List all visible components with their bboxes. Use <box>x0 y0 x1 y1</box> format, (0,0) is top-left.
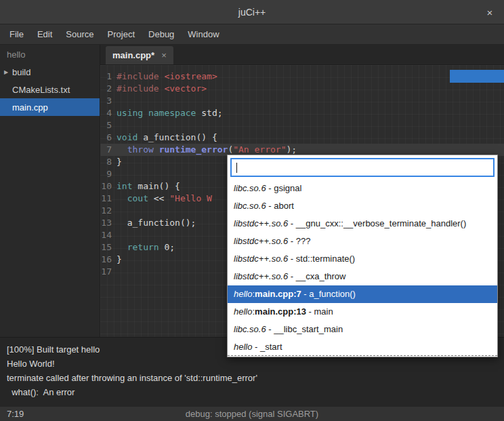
stack-frame-item[interactable]: libc.so.6 - abort <box>228 197 497 215</box>
project-name: hello <box>0 45 100 63</box>
title-bar[interactable]: juCi++ × <box>0 0 504 24</box>
menu-item-window[interactable]: Window <box>181 24 226 45</box>
line-number: 11 <box>100 193 117 205</box>
line-text: cout << "Hello W <box>117 193 212 205</box>
popup-search-input[interactable] <box>232 159 493 176</box>
code-line[interactable]: 2#include <vector> <box>100 83 504 95</box>
line-number: 4 <box>100 107 117 119</box>
code-line[interactable]: 6void a_function() { <box>100 132 504 144</box>
stack-frame-item[interactable]: libstdc++.so.6 - std::terminate() <box>228 250 497 268</box>
expand-arrow-icon[interactable]: ▶ <box>0 69 12 75</box>
line-text: int main() { <box>117 180 180 193</box>
line-text: #include <vector> <box>117 83 207 95</box>
scrollbar-thumb[interactable] <box>450 70 504 83</box>
stack-trace-popup: libc.so.6 - gsignallibc.so.6 - abortlibs… <box>227 155 498 357</box>
line-text: } <box>117 156 122 168</box>
line-number: 2 <box>100 83 117 95</box>
code-line[interactable]: 1#include <iostream> <box>100 71 504 83</box>
output-line: terminate called after throwing an insta… <box>7 371 497 385</box>
line-number: 7 <box>100 144 117 156</box>
output-line: Hello World! <box>7 357 497 371</box>
menu-bar: FileEditSourceProjectDebugWindow <box>0 24 504 45</box>
line-number: 10 <box>100 180 117 193</box>
line-number: 17 <box>100 266 117 278</box>
line-text: } <box>117 254 122 266</box>
line-number: 3 <box>100 95 117 107</box>
stack-frame-item[interactable]: libc.so.6 - gsignal <box>228 180 497 197</box>
close-icon[interactable]: × <box>482 5 497 19</box>
tree-item-label: CMakeLists.txt <box>12 85 70 95</box>
line-number: 16 <box>100 254 117 266</box>
stack-frame-item[interactable]: hello:main.cpp:13 - main <box>228 303 497 321</box>
tree-item-main-cpp[interactable]: main.cpp <box>0 98 100 116</box>
status-bar: debug: stopped (signal SIGABRT) 7:19 <box>0 407 504 421</box>
line-number: 1 <box>100 71 117 83</box>
line-number: 9 <box>100 168 117 180</box>
code-line[interactable]: 5 <box>100 119 504 132</box>
tree-item-cmakelists-txt[interactable]: CMakeLists.txt <box>0 81 100 98</box>
line-number: 12 <box>100 205 117 217</box>
popup-search-box[interactable] <box>230 158 495 177</box>
line-number: 6 <box>100 132 117 144</box>
line-number: 15 <box>100 241 117 254</box>
app-window: juCi++ × FileEditSourceProjectDebugWindo… <box>0 0 504 421</box>
menu-item-debug[interactable]: Debug <box>142 24 181 45</box>
stack-frame-item[interactable]: hello:main.cpp:7 - a_function() <box>228 285 497 303</box>
text-caret <box>236 163 237 173</box>
line-text: #include <iostream> <box>117 71 217 83</box>
code-line[interactable]: 3 <box>100 95 504 107</box>
tree-item-label: build <box>12 67 30 77</box>
tree-item-build[interactable]: ▶build <box>0 63 100 81</box>
stack-frame-item[interactable]: libstdc++.so.6 - __cxa_throw <box>228 268 497 285</box>
menu-item-project[interactable]: Project <box>101 24 142 45</box>
file-tree: ▶buildCMakeLists.txtmain.cpp <box>0 63 100 116</box>
stack-frame-item[interactable]: libstdc++.so.6 - ??? <box>228 233 497 250</box>
line-number: 14 <box>100 229 117 241</box>
project-sidebar: hello ▶buildCMakeLists.txtmain.cpp <box>0 45 100 337</box>
tab-close-icon[interactable]: × <box>161 50 167 60</box>
tab-main-cpp[interactable]: main.cpp* × <box>106 46 173 64</box>
menu-item-file[interactable]: File <box>3 24 30 45</box>
stack-list: libc.so.6 - gsignallibc.so.6 - abortlibs… <box>228 180 497 357</box>
line-number: 5 <box>100 119 117 132</box>
line-number: 13 <box>100 217 117 229</box>
stack-frame-item[interactable]: libstdc++.so.6 - __gnu_cxx::__verbose_te… <box>228 215 497 233</box>
line-text: void a_function() { <box>117 132 217 144</box>
status-debug-message: debug: stopped (signal SIGABRT) <box>0 409 504 419</box>
menu-item-source[interactable]: Source <box>59 24 100 45</box>
line-text: a_function(); <box>117 217 196 229</box>
line-text: return 0; <box>117 241 175 254</box>
tab-label: main.cpp* <box>112 50 154 60</box>
line-number: 8 <box>100 156 117 168</box>
output-line: what(): An error <box>7 385 497 399</box>
tab-bar: main.cpp* × <box>100 45 504 65</box>
line-text: using namespace std; <box>117 107 223 119</box>
tree-item-label: main.cpp <box>12 102 48 113</box>
stack-frame-item[interactable]: hello - _start <box>228 338 497 356</box>
status-cursor-position: 7:19 <box>0 409 24 419</box>
stack-frame-item[interactable]: libc.so.6 - __libc_start_main <box>228 321 497 338</box>
window-title: juCi++ <box>238 7 266 18</box>
menu-item-edit[interactable]: Edit <box>30 24 59 45</box>
code-line[interactable]: 4using namespace std; <box>100 107 504 119</box>
